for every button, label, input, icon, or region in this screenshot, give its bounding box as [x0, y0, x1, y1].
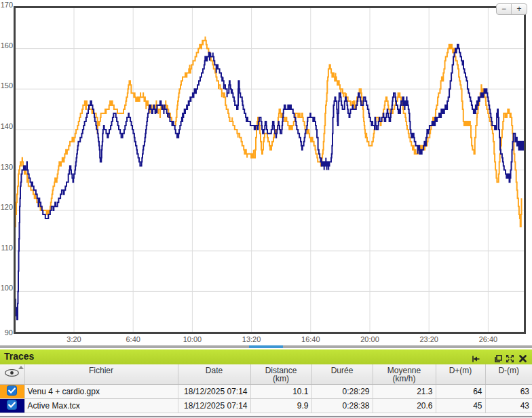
svg-text:130: 130	[1, 163, 13, 171]
svg-text:3:20: 3:20	[66, 335, 81, 343]
svg-text:6:40: 6:40	[126, 335, 140, 343]
svg-text:120: 120	[1, 203, 13, 211]
svg-text:26:40: 26:40	[479, 335, 498, 343]
svg-text:16:40: 16:40	[301, 335, 320, 343]
svg-text:13:20: 13:20	[242, 335, 261, 343]
svg-text:150: 150	[1, 81, 13, 90]
svg-text:100: 100	[1, 284, 13, 292]
svg-text:10:00: 10:00	[183, 335, 202, 343]
svg-text:140: 140	[1, 122, 13, 130]
svg-text:170: 170	[1, 1, 13, 9]
svg-text:23:20: 23:20	[419, 335, 438, 343]
svg-text:90: 90	[5, 328, 13, 337]
svg-text:160: 160	[1, 41, 13, 50]
svg-text:20:00: 20:00	[360, 335, 379, 343]
svg-text:110: 110	[1, 244, 13, 252]
